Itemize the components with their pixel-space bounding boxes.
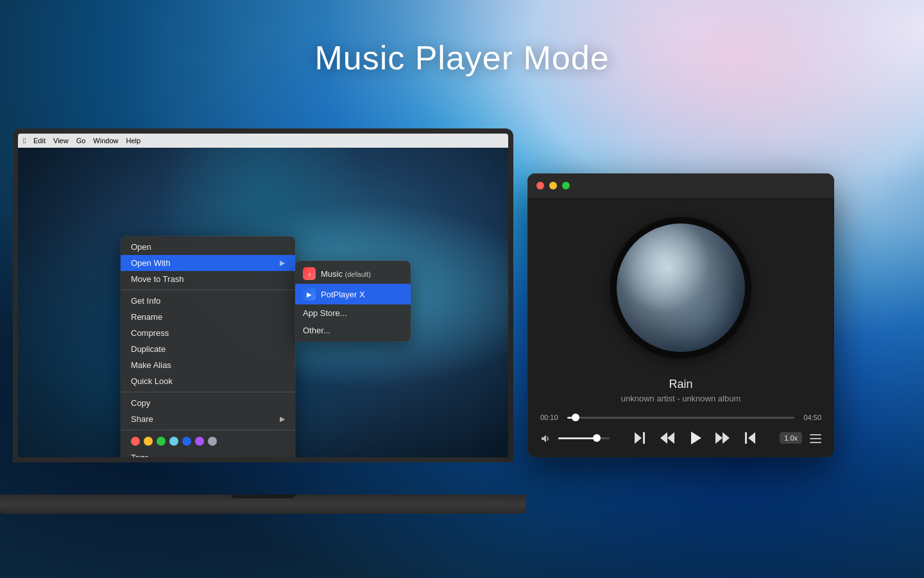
window-close-button[interactable] [536, 182, 544, 189]
laptop-frame:  Edit View Go Window Help Open Open Wit… [0, 128, 526, 527]
track-subtitle: unknown artist - unknown album [540, 394, 821, 403]
tag-cyan[interactable] [169, 437, 178, 446]
context-menu-make-alias[interactable]: Make Alias [121, 357, 295, 373]
tag-gray[interactable] [208, 437, 217, 446]
page-title: Music Player Mode [0, 39, 924, 77]
svg-marker-3 [660, 432, 667, 444]
svg-marker-2 [667, 432, 674, 444]
svg-rect-8 [745, 432, 747, 444]
menubar:  Edit View Go Window Help [18, 134, 508, 148]
volume-icon [540, 432, 551, 444]
fast-forward-button[interactable] [715, 431, 730, 445]
window-minimize-button[interactable] [549, 182, 557, 189]
svg-marker-4 [691, 432, 701, 444]
context-menu-get-info[interactable]: Get Info [121, 293, 295, 309]
context-menu: Open Open With ▶ Move to Trash Get Info … [121, 236, 295, 457]
context-menu-open[interactable]: Open [121, 239, 295, 255]
track-info: Rain unknown artist - unknown album [527, 371, 834, 414]
laptop-screen-content:  Edit View Go Window Help Open Open Wit… [18, 134, 508, 457]
context-menu-tags[interactable]: Tags... [121, 450, 295, 457]
context-menu-duplicate[interactable]: Duplicate [121, 341, 295, 357]
skip-forward-button[interactable] [741, 431, 755, 445]
menu-icon[interactable] [810, 432, 821, 444]
music-app-icon: ♪ [303, 267, 316, 280]
context-menu-open-with[interactable]: Open With ▶ [121, 255, 295, 271]
laptop-notch [231, 495, 295, 498]
svg-marker-7 [748, 432, 755, 444]
open-with-submenu: ♪ Music (default) ▶ PotPlayer X App Stor… [295, 261, 411, 342]
svg-rect-1 [643, 432, 645, 444]
tags-row [121, 433, 295, 450]
context-menu-compress[interactable]: Compress [121, 325, 295, 341]
total-time: 04:50 [801, 414, 821, 421]
volume-track[interactable] [558, 437, 610, 439]
album-art-texture [617, 223, 745, 352]
submenu-music-label: Music (default) [321, 269, 371, 279]
playback-controls [617, 429, 772, 447]
svg-rect-9 [810, 434, 821, 435]
context-menu-move-trash[interactable]: Move to Trash [121, 271, 295, 287]
context-menu-rename[interactable]: Rename [121, 309, 295, 325]
tag-red[interactable] [131, 437, 140, 446]
play-button[interactable] [686, 429, 704, 447]
svg-marker-5 [715, 432, 723, 444]
menubar-window[interactable]: Window [93, 137, 118, 144]
speed-badge[interactable]: 1.0x [780, 432, 802, 444]
menubar-edit[interactable]: Edit [33, 137, 46, 144]
tag-purple[interactable] [195, 437, 204, 446]
window-titlebar [527, 173, 834, 198]
svg-marker-6 [723, 432, 730, 444]
laptop-base [0, 495, 526, 514]
submenu-potplayer-label: PotPlayer X [321, 290, 365, 299]
potplayer-app-icon: ▶ [303, 288, 316, 301]
context-menu-copy[interactable]: Copy [121, 395, 295, 411]
volume-fill [558, 437, 597, 439]
album-art-container [527, 198, 834, 371]
progress-bar-container[interactable]: 00:10 04:50 [527, 414, 834, 421]
submenu-other[interactable]: Other... [295, 322, 411, 339]
progress-track[interactable] [567, 417, 794, 419]
menubar-view[interactable]: View [53, 137, 69, 144]
music-player-window: Rain unknown artist - unknown album 00:1… [527, 173, 834, 457]
controls-row: 1.0x [527, 429, 834, 457]
svg-marker-0 [635, 432, 642, 444]
window-maximize-button[interactable] [562, 182, 570, 189]
tag-green[interactable] [157, 437, 166, 446]
svg-rect-11 [810, 442, 821, 443]
menubar-go[interactable]: Go [76, 137, 86, 144]
progress-thumb[interactable] [572, 414, 579, 421]
share-arrow-icon: ▶ [280, 415, 285, 423]
tag-blue[interactable] [182, 437, 191, 446]
album-art [617, 223, 745, 352]
laptop-screen:  Edit View Go Window Help Open Open Wit… [13, 128, 513, 462]
submenu-app-store[interactable]: App Store... [295, 304, 411, 322]
album-art-outer [610, 217, 751, 358]
separator-2 [121, 392, 295, 392]
menubar-apple:  [23, 137, 26, 144]
arrow-icon: ▶ [280, 259, 285, 267]
submenu-potplayer[interactable]: ▶ PotPlayer X [295, 284, 411, 304]
svg-rect-10 [810, 438, 821, 439]
volume-thumb[interactable] [593, 434, 601, 442]
submenu-appstore-label: App Store... [303, 308, 347, 318]
track-title: Rain [540, 378, 821, 391]
rewind-button[interactable] [660, 431, 674, 445]
context-menu-share[interactable]: Share ▶ [121, 411, 295, 427]
current-time: 00:10 [540, 414, 561, 421]
separator-1 [121, 290, 295, 290]
context-menu-quick-look[interactable]: Quick Look [121, 373, 295, 389]
menubar-help[interactable]: Help [126, 137, 141, 144]
skip-back-button[interactable] [635, 431, 649, 445]
submenu-music[interactable]: ♪ Music (default) [295, 263, 411, 284]
separator-3 [121, 430, 295, 430]
tag-yellow[interactable] [144, 437, 153, 446]
submenu-other-label: Other... [303, 326, 330, 335]
